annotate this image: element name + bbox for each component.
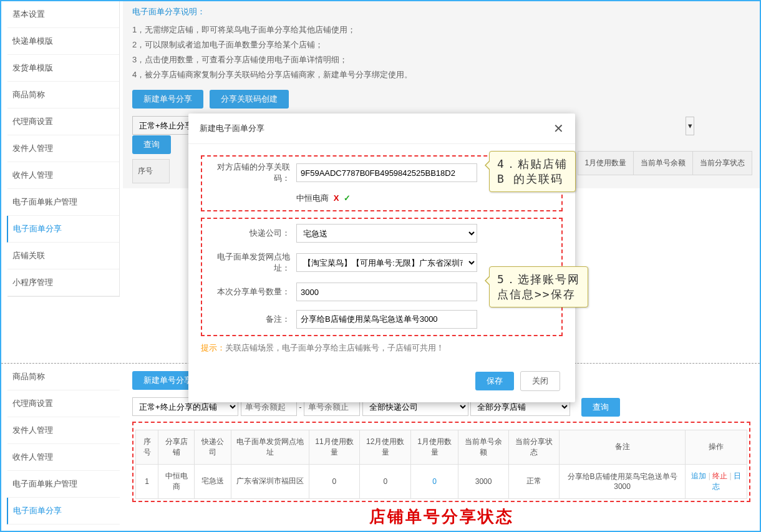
sidebar-item[interactable]: 发货单模版 <box>7 55 119 82</box>
hint-label: 提示： <box>201 343 225 352</box>
courier-select[interactable]: 宅急送 <box>296 224 477 243</box>
sidebar-bottom: 商品简称代理商设置发件人管理收件人管理电子面单账户管理电子面单分享店铺关联 <box>7 364 120 532</box>
sidebar-item[interactable]: 代理商设置 <box>7 109 119 135</box>
merchant-name: 中恒电商 <box>296 193 329 203</box>
month-usage-link[interactable]: 0 <box>432 477 437 486</box>
sidebar-item[interactable]: 店铺关联 <box>7 243 119 269</box>
sidebar-item[interactable]: 电子面单分享 <box>7 216 119 243</box>
sidebar-item[interactable]: 收件人管理 <box>7 444 120 471</box>
sidebar-item[interactable]: 电子面单账户管理 <box>7 189 119 216</box>
sidebar-item[interactable]: 代理商设置 <box>7 390 120 417</box>
callout-5: 5．选择账号网点信息>>保存 <box>489 266 588 307</box>
sidebar-item[interactable]: 店铺关联 <box>7 525 120 532</box>
modal-title: 新建电子面单分享 <box>200 123 264 134</box>
sidebar-item[interactable]: 发件人管理 <box>7 417 120 444</box>
note-input[interactable] <box>296 310 477 329</box>
result-table-box: 序号分享店铺快递公司电子面单发货网点地址11月使用数量12月使用数量1月使用数量… <box>132 422 750 502</box>
sidebar-item[interactable]: 电子面单分享 <box>7 498 120 525</box>
query-button-2[interactable]: 查询 <box>581 398 620 417</box>
sidebar-item[interactable]: 商品简称 <box>7 82 119 109</box>
hint-text: 关联店铺场景，电子面单分享给主店铺账号，子店铺可共用！ <box>225 343 444 352</box>
sidebar-item[interactable]: 小程序管理 <box>7 269 119 296</box>
op-add[interactable]: 追加 <box>691 472 706 480</box>
callout-4: 4．粘贴店铺B 的关联码 <box>489 151 576 192</box>
quantity-input[interactable] <box>296 283 477 301</box>
sidebar-item[interactable]: 快递单模版 <box>7 28 119 55</box>
sidebar-item[interactable]: 收件人管理 <box>7 162 119 189</box>
sidebar-item[interactable]: 基本设置 <box>7 1 119 28</box>
sidebar-item[interactable]: 商品简称 <box>7 364 120 390</box>
share-code-input[interactable] <box>296 163 477 182</box>
save-button[interactable]: 保存 <box>475 372 514 390</box>
op-stop[interactable]: 终止 <box>712 472 727 480</box>
close-button[interactable]: 关闭 <box>520 371 560 391</box>
footer-title: 店铺单号分享状态 <box>132 506 750 528</box>
sidebar-item[interactable]: 电子面单账户管理 <box>7 471 120 498</box>
sidebar-top: 基本设置快递单模版发货单模版商品简称代理商设置发件人管理收件人管理电子面单账户管… <box>7 1 120 297</box>
check-icon: ✓ <box>344 193 351 203</box>
x-icon[interactable]: X <box>334 193 339 203</box>
ops-cell: 追加 | 终止 | 日志 <box>686 464 747 498</box>
sidebar-item[interactable]: 发件人管理 <box>7 135 119 162</box>
result-table: 序号分享店铺快递公司电子面单发货网点地址11月使用数量12月使用数量1月使用数量… <box>135 430 747 499</box>
address-select[interactable]: 【淘宝菜鸟】【可用单号:无限】广东省深圳市福田区 <box>296 253 477 272</box>
table-row: 1 中恒电商 宅急送 广东省深圳市福田区 0 0 0 3000 正常 分享给B店… <box>136 464 747 498</box>
close-icon[interactable]: ✕ <box>553 121 564 136</box>
